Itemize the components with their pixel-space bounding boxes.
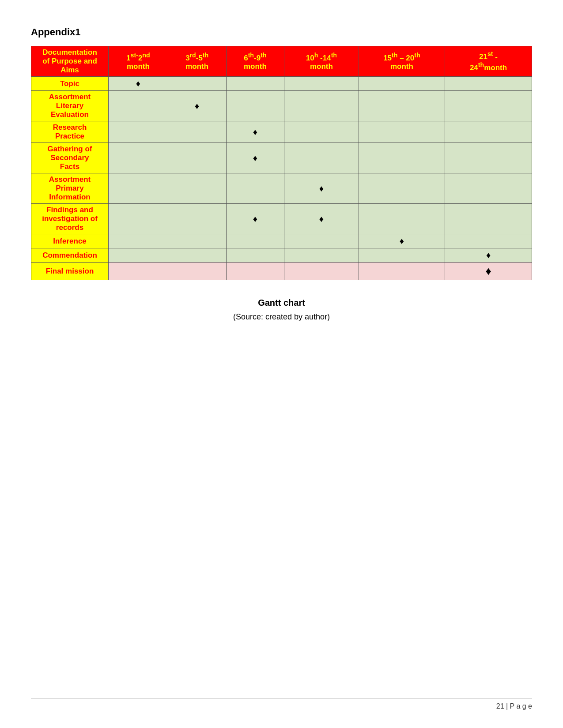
cell-topic-5 [359,77,445,91]
row-label-assortment-literary: AssortmentLiteraryEvaluation [31,91,109,121]
cell-ale-3 [226,91,284,121]
table-row: Gathering ofSecondaryFacts ♦ [31,143,532,173]
row-label-gathering: Gathering ofSecondaryFacts [31,143,109,173]
cell-com-6: ♦ [445,248,532,263]
cell-inf-2 [168,234,226,248]
cell-topic-6 [445,77,532,91]
cell-rp-5 [359,121,445,143]
cell-fm-6: ♦ [445,263,532,280]
header-col-1: 1st-2ndmonth [109,46,168,77]
cell-gsf-5 [359,143,445,173]
cell-api-2 [168,173,226,204]
header-col-4: 10h -14thmonth [284,46,359,77]
table-row: AssortmentPrimaryInformation ♦ [31,173,532,204]
row-label-findings: Findings andinvestigation ofrecords [31,204,109,234]
row-label-research: ResearchPractice [31,121,109,143]
header-col-3: 6th-9thmonth [226,46,284,77]
cell-api-3 [226,173,284,204]
gantt-source: (Source: created by author) [31,312,532,322]
table-row: Inference ♦ [31,234,532,248]
row-label-topic: Topic [31,77,109,91]
table-row: Topic ♦ [31,77,532,91]
row-label-inference: Inference [31,234,109,248]
cell-rp-4 [284,121,359,143]
cell-rp-6 [445,121,532,143]
cell-ale-4 [284,91,359,121]
cell-fm-2 [168,263,226,280]
cell-fm-5 [359,263,445,280]
cell-fir-5 [359,204,445,234]
cell-topic-2 [168,77,226,91]
header-col-5: 15th – 20thmonth [359,46,445,77]
cell-fir-6 [445,204,532,234]
table-row: AssortmentLiteraryEvaluation ♦ [31,91,532,121]
cell-inf-6 [445,234,532,248]
cell-gsf-4 [284,143,359,173]
gantt-table: Documentationof Purpose andAims 1st-2ndm… [31,46,532,280]
cell-inf-4 [284,234,359,248]
cell-gsf-2 [168,143,226,173]
table-row: Final mission ♦ [31,263,532,280]
cell-api-5 [359,173,445,204]
table-row: ResearchPractice ♦ [31,121,532,143]
gantt-chart-label: Gantt chart [31,298,532,308]
cell-inf-5: ♦ [359,234,445,248]
cell-gsf-6 [445,143,532,173]
cell-rp-1 [109,121,168,143]
cell-ale-5 [359,91,445,121]
cell-com-2 [168,248,226,263]
cell-topic-4 [284,77,359,91]
page-footer: 21 | P a g e [31,698,532,710]
cell-api-4: ♦ [284,173,359,204]
cell-com-4 [284,248,359,263]
appendix-title: Appendix1 [31,26,532,38]
cell-fm-1 [109,263,168,280]
cell-gsf-3: ♦ [226,143,284,173]
cell-topic-1: ♦ [109,77,168,91]
header-col-2: 3rd-5thmonth [168,46,226,77]
cell-fir-2 [168,204,226,234]
cell-fir-4: ♦ [284,204,359,234]
cell-inf-1 [109,234,168,248]
header-col-0: Documentationof Purpose andAims [31,46,109,77]
header-col-6: 21st -24thmonth [445,46,532,77]
cell-fir-3: ♦ [226,204,284,234]
row-label-assortment-primary: AssortmentPrimaryInformation [31,173,109,204]
table-row: Commendation ♦ [31,248,532,263]
cell-com-5 [359,248,445,263]
cell-ale-1 [109,91,168,121]
cell-inf-3 [226,234,284,248]
cell-ale-6 [445,91,532,121]
cell-fm-4 [284,263,359,280]
cell-ale-2: ♦ [168,91,226,121]
cell-topic-3 [226,77,284,91]
cell-com-3 [226,248,284,263]
table-row: Findings andinvestigation ofrecords ♦ ♦ [31,204,532,234]
cell-rp-2 [168,121,226,143]
cell-api-6 [445,173,532,204]
cell-api-1 [109,173,168,204]
row-label-commendation: Commendation [31,248,109,263]
cell-rp-3: ♦ [226,121,284,143]
row-label-final-mission: Final mission [31,263,109,280]
cell-fm-3 [226,263,284,280]
cell-fir-1 [109,204,168,234]
cell-gsf-1 [109,143,168,173]
cell-com-1 [109,248,168,263]
